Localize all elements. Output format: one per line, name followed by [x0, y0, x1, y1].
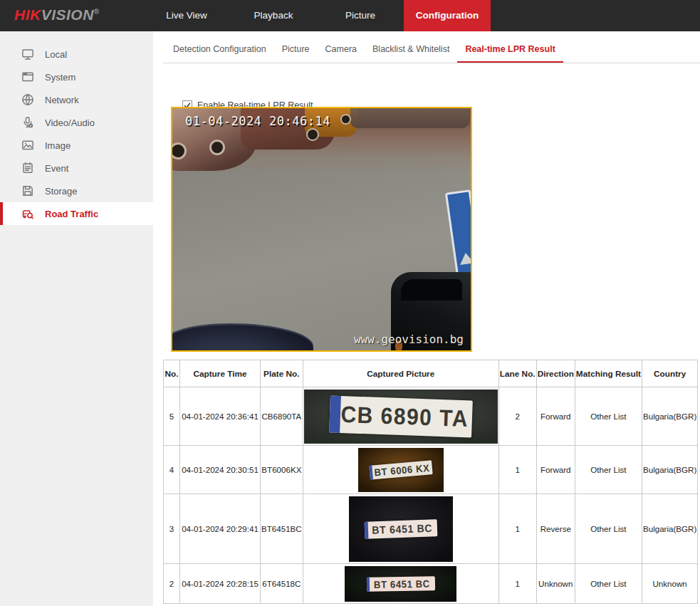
sidebar-item-video-audio[interactable]: Video/Audio [0, 111, 153, 134]
tab-picture[interactable]: Picture [274, 37, 318, 63]
monitor-icon [21, 48, 34, 61]
eu-blue-strip [367, 577, 370, 591]
sidebar-item-label: System [45, 72, 75, 83]
sidebar-item-label: Video/Audio [45, 117, 95, 128]
cell-direction: Forward [536, 387, 575, 446]
car-wheel [306, 128, 319, 141]
cell-plate-no: CB6890TA [261, 387, 303, 446]
plate-text: CB 6890 TA [333, 402, 469, 430]
cell-captured-picture: CB 6890 TA [303, 387, 498, 446]
cell-lane-no: 1 [498, 494, 536, 564]
cell-capture-time: 04-01-2024 20:28:15 [180, 564, 261, 604]
plate-text: BT 6451 BC [372, 578, 430, 589]
microphone-icon [21, 116, 34, 129]
column-header-no: No. [164, 360, 180, 387]
cell-no: 2 [164, 564, 180, 604]
registered-mark: ® [94, 8, 100, 16]
tab-bar: Detection ConfigurationPictureCameraBlac… [163, 37, 700, 63]
sidebar-item-storage[interactable]: Storage [0, 179, 153, 202]
table-row: 504-01-2024 20:36:41CB6890TACB 6890 TA2F… [164, 387, 698, 446]
column-header-matching-result: Matching Result [575, 360, 642, 387]
cell-country: Unknown [642, 564, 697, 604]
sidebar-item-label: Road Traffic [45, 209, 98, 219]
cell-direction: Forward [536, 446, 575, 494]
table-header-row: No.Capture TimePlate No.Captured Picture… [164, 360, 698, 387]
cell-no: 5 [164, 387, 180, 446]
cell-country: Bulgaria(BGR) [642, 494, 697, 564]
blue-traffic-sign [445, 189, 472, 278]
image-icon [21, 139, 34, 152]
sidebar-item-event[interactable]: Event [0, 157, 153, 179]
cell-capture-time: 04-01-2024 20:30:51 [180, 446, 261, 494]
nav-item-live-view[interactable]: Live View [143, 0, 230, 31]
road-traffic-icon [21, 207, 34, 220]
tab-real-time-lpr-result[interactable]: Real-time LPR Result [457, 37, 563, 63]
table-row: 304-01-2024 20:29:41BT6451BCBT 6451 BC1R… [164, 494, 698, 564]
eu-blue-strip [364, 521, 368, 538]
captured-picture: CB 6890 TA [304, 390, 498, 444]
plate-text: BT 6451 BC [369, 522, 432, 535]
tab-blacklist-whitelist[interactable]: Blacklist & Whitelist [365, 37, 457, 63]
lpr-result-table: No.Capture TimePlate No.Captured Picture… [163, 360, 698, 604]
cell-no: 3 [164, 494, 180, 564]
sidebar-item-network[interactable]: Network [0, 88, 153, 111]
content-panel: Detection ConfigurationPictureCameraBlac… [153, 31, 700, 606]
captured-picture: BT 6006 KX [358, 448, 444, 492]
logo-vision: VISION [41, 6, 94, 23]
cell-plate-no: BT6451BC [261, 494, 303, 564]
table-row: 404-01-2024 20:30:51BT6006KXBT 6006 KX1F… [164, 446, 698, 494]
nav-item-picture[interactable]: Picture [317, 0, 404, 31]
sidebar-item-label: Event [45, 163, 68, 174]
sidebar-item-label: Local [45, 49, 67, 60]
column-header-plate-no: Plate No. [261, 360, 303, 387]
sidebar-item-local[interactable]: Local [0, 43, 153, 66]
column-header-captured-picture: Captured Picture [303, 360, 498, 387]
car-wheel [171, 142, 187, 160]
nav-item-configuration[interactable]: Configuration [404, 0, 491, 31]
top-navbar: HIKVISION® Live ViewPlaybackPictureConfi… [0, 0, 700, 31]
globe-icon [21, 93, 34, 106]
cell-capture-time: 04-01-2024 20:36:41 [180, 387, 261, 446]
cell-direction: Reverse [536, 494, 575, 564]
cell-captured-picture: BT 6451 BC [303, 494, 498, 564]
cell-captured-picture: BT 6451 BC [303, 564, 498, 604]
video-watermark: www.geovision.bg [354, 333, 464, 346]
cell-lane-no: 1 [498, 446, 536, 494]
tab-camera[interactable]: Camera [318, 37, 365, 63]
sidebar-item-system[interactable]: System [0, 66, 153, 88]
column-header-country: Country [642, 360, 697, 387]
sidebar-item-label: Storage [45, 186, 78, 197]
parked-car [350, 108, 470, 128]
video-timestamp: 01-04-2024 20:46:14 [185, 114, 330, 128]
cell-matching-result: Other List [575, 564, 642, 604]
cell-capture-time: 04-01-2024 20:29:41 [180, 494, 261, 564]
cell-captured-picture: BT 6006 KX [303, 446, 498, 494]
license-plate: BT 6451 BC [367, 576, 435, 592]
column-header-direction: Direction [536, 360, 575, 387]
cell-matching-result: Other List [575, 494, 642, 564]
table-row: 204-01-2024 20:28:156T64518CBT 6451 BC1U… [164, 564, 698, 604]
window-icon [21, 70, 34, 83]
sidebar: LocalSystemNetworkVideo/AudioImageEventS… [0, 31, 153, 606]
live-video-preview: 01-04-2024 20:46:14 www.geovision.bg [171, 107, 472, 352]
license-plate: BT 6006 KX [369, 460, 432, 480]
cell-country: Bulgaria(BGR) [642, 387, 697, 446]
cell-plate-no: BT6006KX [261, 446, 303, 494]
sidebar-item-image[interactable]: Image [0, 134, 153, 157]
cell-direction: Unknown [536, 564, 575, 604]
cell-no: 4 [164, 446, 180, 494]
column-header-capture-time: Capture Time [180, 360, 261, 387]
cell-matching-result: Other List [575, 446, 642, 494]
cell-matching-result: Other List [575, 387, 642, 446]
logo-hik: HIK [14, 6, 41, 23]
cell-lane-no: 1 [498, 564, 536, 604]
nav-item-playback[interactable]: Playback [230, 0, 317, 31]
sidebar-item-road-traffic[interactable]: Road Traffic [0, 202, 153, 225]
floppy-disk-icon [21, 184, 34, 197]
cell-lane-no: 2 [498, 387, 536, 446]
car-hood-foreground [171, 323, 313, 352]
tab-detection-configuration[interactable]: Detection Configuration [165, 37, 274, 63]
captured-picture: BT 6451 BC [349, 496, 453, 562]
hikvision-logo: HIKVISION® [14, 6, 100, 23]
sidebar-item-label: Image [45, 140, 70, 151]
